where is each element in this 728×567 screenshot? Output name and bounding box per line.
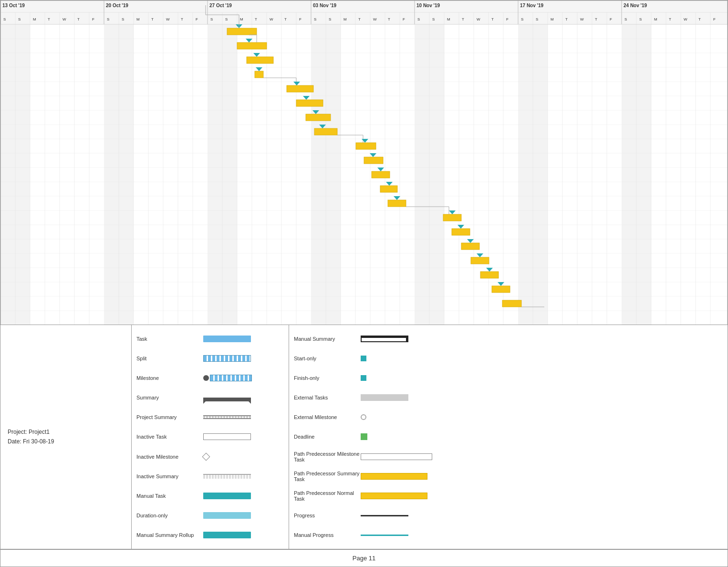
svg-text:T: T (181, 17, 183, 21)
svg-text:S: S (624, 17, 627, 21)
svg-rect-161 (356, 143, 376, 149)
legend-symbol-inactive-task (203, 433, 284, 440)
svg-text:M: M (33, 17, 36, 21)
svg-text:T: T (284, 17, 287, 21)
legend-label-external-tasks: External Tasks (294, 395, 361, 400)
svg-text:W: W (270, 17, 273, 21)
svg-text:T: T (388, 17, 390, 21)
svg-text:T: T (48, 17, 50, 21)
legend-area: Project: Project1 Date: Fri 30-08-19 Tas… (0, 325, 728, 549)
main-container: 13 Oct '19 20 Oct '19 27 Oct '19 03 Nov … (0, 0, 728, 567)
legend-symbol-path-milestone (361, 453, 723, 460)
svg-rect-185 (502, 300, 521, 307)
legend-right-panel: Manual Summary Start-only Finish-only Ex… (289, 325, 728, 549)
legend-label-manual-summary-rollup: Manual Summary Rollup (136, 532, 203, 538)
svg-text:T: T (669, 17, 671, 21)
legend-label-summary: Summary (136, 395, 203, 400)
legend-label-path-milestone: Path Predecessor Milestone Task (294, 451, 361, 462)
svg-text:S: S (107, 17, 109, 21)
svg-rect-163 (364, 157, 383, 164)
svg-text:20 Oct '19: 20 Oct '19 (106, 3, 128, 8)
svg-text:S: S (536, 17, 538, 21)
legend-item-split: Split (136, 352, 284, 365)
legend-label-inactive-task: Inactive Task (136, 434, 203, 440)
svg-text:10 Nov '19: 10 Nov '19 (416, 3, 440, 8)
legend-item-inactive-summary: Inactive Summary (136, 470, 284, 483)
svg-text:M: M (447, 17, 450, 21)
svg-rect-157 (314, 128, 337, 135)
legend-item-manual-task: Manual Task (136, 490, 284, 502)
legend-item-inactive-milestone: Inactive Milestone (136, 451, 284, 463)
legend-symbol-path-summary (361, 473, 723, 480)
svg-text:S: S (225, 17, 228, 21)
svg-text:13 Oct '19: 13 Oct '19 (2, 3, 25, 8)
svg-text:S: S (417, 17, 420, 21)
legend-symbol-split (203, 355, 284, 362)
legend-symbol-project-summary (203, 415, 284, 419)
svg-text:S: S (432, 17, 435, 21)
svg-text:W: W (477, 17, 480, 21)
svg-rect-153 (296, 100, 323, 106)
legend-symbol-finish-only (361, 375, 723, 381)
footer: Page 11 (0, 549, 728, 567)
legend-label-progress: Progress (294, 513, 361, 518)
svg-rect-165 (372, 171, 390, 178)
svg-text:S: S (329, 17, 331, 21)
project-info-panel: Project: Project1 Date: Fri 30-08-19 (0, 325, 132, 549)
legend-symbol-manual-summary-rollup (203, 532, 284, 538)
legend-symbol-milestone (203, 375, 284, 381)
svg-text:F: F (713, 17, 716, 21)
legend-symbol-progress (361, 515, 723, 516)
svg-rect-173 (443, 214, 461, 221)
legend-symbol-summary (203, 394, 284, 401)
legend-symbol-manual-progress (361, 535, 723, 536)
legend-item-manual-summary: Manual Summary (294, 333, 723, 345)
svg-rect-177 (461, 243, 479, 250)
legend-symbol-start-only (361, 356, 723, 361)
legend-label-split: Split (136, 356, 203, 361)
svg-text:T: T (462, 17, 464, 21)
svg-text:T: T (565, 17, 568, 21)
svg-rect-167 (380, 186, 397, 192)
legend-label-milestone: Milestone (136, 375, 203, 381)
svg-text:S: S (210, 17, 213, 21)
svg-text:T: T (358, 17, 361, 21)
legend-label-start-only: Start-only (294, 356, 361, 361)
legend-label-project-summary: Project Summary (136, 414, 203, 420)
svg-text:03 Nov '19: 03 Nov '19 (313, 3, 337, 8)
legend-symbol-inactive-summary (203, 474, 284, 479)
svg-text:F: F (92, 17, 94, 21)
legend-middle-panel: Task Split Milestone Summary (132, 325, 289, 549)
svg-rect-155 (306, 114, 331, 121)
legend-label-finish-only: Finish-only (294, 375, 361, 381)
legend-item-deadline: Deadline (294, 430, 723, 443)
legend-symbol-external-milestone (361, 414, 723, 420)
legend-symbol-manual-task (203, 493, 284, 499)
svg-text:T: T (491, 17, 494, 21)
svg-text:W: W (684, 17, 687, 21)
svg-text:T: T (595, 17, 597, 21)
legend-label-manual-progress: Manual Progress (294, 532, 361, 538)
svg-text:S: S (122, 17, 124, 21)
svg-rect-141 (237, 42, 267, 49)
legend-item-path-milestone: Path Predecessor Milestone Task (294, 451, 723, 463)
svg-text:M: M (240, 17, 243, 21)
legend-symbol-external-tasks (361, 394, 723, 401)
legend-symbol-manual-summary (361, 336, 723, 342)
legend-item-path-summary: Path Predecessor Summary Task (294, 470, 723, 483)
svg-rect-151 (287, 85, 313, 92)
legend-item-start-only: Start-only (294, 352, 723, 365)
svg-rect-169 (388, 200, 406, 207)
legend-item-path-normal: Path Predecessor Normal Task (294, 490, 723, 502)
svg-text:S: S (521, 17, 523, 21)
legend-label-external-milestone: External Milestone (294, 414, 361, 420)
svg-rect-181 (480, 272, 499, 278)
legend-label-duration-only: Duration-only (136, 513, 203, 518)
svg-text:T: T (255, 17, 257, 21)
legend-item-summary: Summary (136, 391, 284, 404)
legend-symbol-deadline (361, 433, 723, 440)
legend-item-task: Task (136, 333, 284, 345)
project-date: Date: Fri 30-08-19 (8, 437, 124, 446)
svg-text:27 Oct '19: 27 Oct '19 (209, 3, 232, 8)
svg-text:T: T (151, 17, 154, 21)
